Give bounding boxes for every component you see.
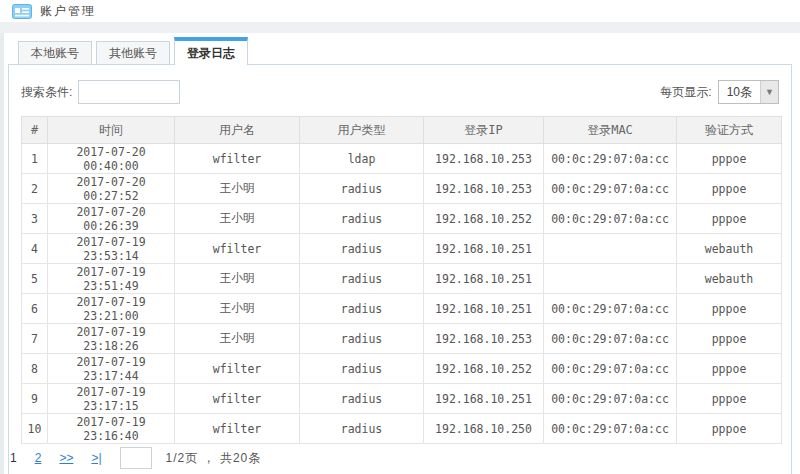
table-cell: 1 xyxy=(22,144,48,174)
table-cell: 王小明 xyxy=(175,174,300,204)
page-ratio: 1/2页 xyxy=(166,451,199,465)
table-cell: 00:0c:29:07:0a:cc xyxy=(544,384,677,414)
table-cell: 00:0c:29:07:0a:cc xyxy=(544,294,677,324)
tab-other-accounts[interactable]: 其他账号 xyxy=(96,41,170,65)
column-header: 验证方式 xyxy=(677,117,782,144)
table-cell: 192.168.10.253 xyxy=(424,324,544,354)
table-cell: 192.168.10.253 xyxy=(424,174,544,204)
table-cell: pppoe xyxy=(677,414,782,444)
page-info-comma: ， xyxy=(203,451,216,465)
tab-local-accounts[interactable]: 本地账号 xyxy=(18,41,92,65)
table-cell: pppoe xyxy=(677,294,782,324)
table-cell: 00:0c:29:07:0a:cc xyxy=(544,174,677,204)
page-jump-input[interactable] xyxy=(120,447,152,469)
login-log-table-wrap: #时间用户名用户类型登录IP登录MAC验证方式 12017-07-20 00:4… xyxy=(9,116,791,444)
tab-login-log[interactable]: 登录日志 xyxy=(174,37,248,65)
header-divider xyxy=(0,22,800,33)
table-cell: pppoe xyxy=(677,174,782,204)
table-cell: radius xyxy=(300,324,424,354)
login-log-panel: 搜索条件: 每页显示: 10条 ▼ #时间用户名用户类型登录IP登录MAC验证方… xyxy=(8,64,792,474)
table-cell: 2017-07-19 23:53:14 xyxy=(48,234,175,264)
total-count: 共20条 xyxy=(220,451,261,465)
table-cell: 6 xyxy=(22,294,48,324)
table-cell: 2017-07-20 00:26:39 xyxy=(48,204,175,234)
table-cell: 2017-07-19 23:51:49 xyxy=(48,264,175,294)
table-cell: 00:0c:29:07:0a:cc xyxy=(544,354,677,384)
table-cell: 2017-07-19 23:16:40 xyxy=(48,414,175,444)
table-row: 22017-07-20 00:27:52王小明radius192.168.10.… xyxy=(22,174,782,204)
table-cell: radius xyxy=(300,174,424,204)
table-cell: 192.168.10.251 xyxy=(424,234,544,264)
table-cell: webauth xyxy=(677,234,782,264)
table-cell: wfilter xyxy=(175,384,300,414)
table-cell: wfilter xyxy=(175,234,300,264)
table-cell: wfilter xyxy=(175,354,300,384)
table-cell: 10 xyxy=(22,414,48,444)
page-left-strip xyxy=(0,33,4,474)
tab-bar: 本地账号 其他账号 登录日志 xyxy=(18,37,252,65)
table-cell: pppoe xyxy=(677,324,782,354)
table-cell: radius xyxy=(300,414,424,444)
table-header: #时间用户名用户类型登录IP登录MAC验证方式 xyxy=(22,117,782,144)
last-page-link[interactable]: >| xyxy=(91,451,101,465)
table-cell: 4 xyxy=(22,234,48,264)
table-cell: 2017-07-20 00:27:52 xyxy=(48,174,175,204)
table-cell: pppoe xyxy=(677,354,782,384)
table-cell: ldap xyxy=(300,144,424,174)
column-header: # xyxy=(22,117,48,144)
search-label: 搜索条件: xyxy=(21,84,72,101)
table-cell: 192.168.10.251 xyxy=(424,264,544,294)
table-cell: webauth xyxy=(677,264,782,294)
toolbar: 搜索条件: 每页显示: 10条 ▼ xyxy=(9,65,791,116)
per-page-label: 每页显示: xyxy=(660,84,711,101)
table-cell: 2017-07-20 00:40:00 xyxy=(48,144,175,174)
table-cell: radius xyxy=(300,294,424,324)
login-log-table: #时间用户名用户类型登录IP登录MAC验证方式 12017-07-20 00:4… xyxy=(21,116,782,444)
table-cell: pppoe xyxy=(677,204,782,234)
search-input[interactable] xyxy=(78,80,180,104)
table-row: 52017-07-19 23:51:49王小明radius192.168.10.… xyxy=(22,264,782,294)
table-cell: 2017-07-19 23:17:44 xyxy=(48,354,175,384)
table-cell: 192.168.10.251 xyxy=(424,294,544,324)
table-row: 62017-07-19 23:21:00王小明radius192.168.10.… xyxy=(22,294,782,324)
table-cell: 2017-07-19 23:17:15 xyxy=(48,384,175,414)
table-row: 92017-07-19 23:17:15wfilterradius192.168… xyxy=(22,384,782,414)
table-cell: 00:0c:29:07:0a:cc xyxy=(544,414,677,444)
column-header: 时间 xyxy=(48,117,175,144)
pagination: 1 2 >> >| 1/2页 ， 共20条 xyxy=(10,447,261,469)
page-info: 1/2页 ， 共20条 xyxy=(166,450,262,467)
table-cell: 3 xyxy=(22,204,48,234)
column-header: 用户类型 xyxy=(300,117,424,144)
table-cell: radius xyxy=(300,354,424,384)
table-cell xyxy=(544,234,677,264)
table-cell: 00:0c:29:07:0a:cc xyxy=(544,204,677,234)
table-cell: 192.168.10.250 xyxy=(424,414,544,444)
table-cell: 2 xyxy=(22,174,48,204)
per-page-select[interactable]: 10条 ▼ xyxy=(718,80,779,104)
column-header: 登录MAC xyxy=(544,117,677,144)
page-title: 账户管理 xyxy=(40,3,96,20)
table-cell: 王小明 xyxy=(175,264,300,294)
table-cell: 王小明 xyxy=(175,204,300,234)
table-row: 12017-07-20 00:40:00wfilterldap192.168.1… xyxy=(22,144,782,174)
column-header: 用户名 xyxy=(175,117,300,144)
table-cell: pppoe xyxy=(677,144,782,174)
table-cell: 9 xyxy=(22,384,48,414)
table-cell: 王小明 xyxy=(175,294,300,324)
table-cell: 00:0c:29:07:0a:cc xyxy=(544,144,677,174)
table-cell: wfilter xyxy=(175,414,300,444)
table-cell: wfilter xyxy=(175,144,300,174)
table-cell: radius xyxy=(300,234,424,264)
table-row: 82017-07-19 23:17:44wfilterradius192.168… xyxy=(22,354,782,384)
table-cell: radius xyxy=(300,264,424,294)
table-row: 32017-07-20 00:26:39王小明radius192.168.10.… xyxy=(22,204,782,234)
next-page-link[interactable]: >> xyxy=(59,451,73,465)
table-cell: 192.168.10.252 xyxy=(424,354,544,384)
table-cell: 5 xyxy=(22,264,48,294)
table-cell: 192.168.10.252 xyxy=(424,204,544,234)
table-cell: radius xyxy=(300,384,424,414)
table-cell: 00:0c:29:07:0a:cc xyxy=(544,324,677,354)
table-cell: 8 xyxy=(22,354,48,384)
table-cell: radius xyxy=(300,204,424,234)
page-number-2-link[interactable]: 2 xyxy=(35,451,42,465)
